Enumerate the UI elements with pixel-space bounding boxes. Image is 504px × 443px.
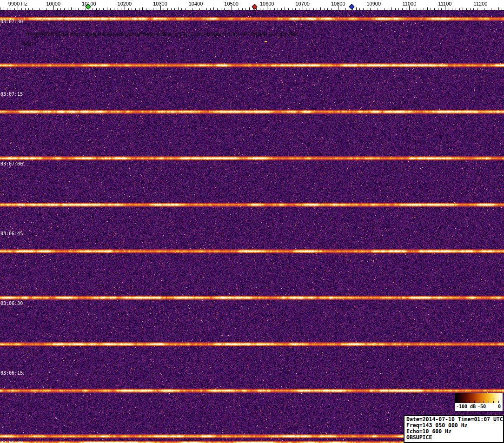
frequency-axis-tick <box>424 8 424 10</box>
frequency-axis-tick <box>125 6 125 10</box>
frequency-axis-tick <box>491 8 491 10</box>
frequency-axis-tick <box>452 8 452 10</box>
frequency-axis-tick <box>7 8 7 10</box>
frequency-axis-tick <box>264 8 264 10</box>
frequency-axis-tick <box>285 7 285 10</box>
frequency-axis-tick <box>235 8 235 10</box>
frequency-axis-tick <box>43 8 43 10</box>
frequency-axis-tick <box>288 8 289 10</box>
frequency-axis-tick <box>359 8 360 10</box>
frequency-axis-tick <box>68 8 68 10</box>
frequency-axis-tick <box>28 8 29 10</box>
time-axis-label: 03:06:30 <box>0 301 23 306</box>
frequency-axis-tick <box>402 8 403 10</box>
frequency-axis-tick <box>221 8 221 10</box>
time-axis-label: 03:07:00 <box>0 161 23 166</box>
frequency-axis-tick <box>317 8 317 10</box>
frequency-ruler: 9900 Hz100001010010200103001040010500106… <box>0 0 504 10</box>
frequency-axis-tick <box>110 8 111 10</box>
frequency-axis-label: 9900 Hz <box>8 1 27 7</box>
intensity-gradient-bar <box>455 393 503 403</box>
frequency-axis-tick <box>224 8 225 10</box>
frequency-axis-tick <box>178 7 179 10</box>
frequency-axis-tick <box>388 8 388 10</box>
frequency-axis-tick <box>32 8 33 10</box>
frequency-axis-tick <box>217 8 218 10</box>
frequency-axis-tick <box>370 8 371 10</box>
frequency-axis-tick <box>356 7 357 10</box>
frequency-axis-tick <box>128 8 129 10</box>
frequency-axis-tick <box>64 8 65 10</box>
frequency-axis-tick <box>192 8 192 10</box>
frequency-axis-tick <box>335 8 335 10</box>
frequency-axis-tick <box>21 8 22 10</box>
observation-info-box: Date=2014-07-10 Time=01:07 UTCFreq=143 0… <box>404 415 504 443</box>
frequency-axis-tick <box>103 8 104 10</box>
frequency-axis-tick <box>160 6 161 10</box>
frequency-axis-tick <box>185 8 186 10</box>
frequency-axis-tick <box>213 7 214 10</box>
frequency-axis-tick <box>449 8 449 10</box>
frequency-axis-tick <box>459 8 460 10</box>
frequency-axis-tick <box>363 8 364 10</box>
time-axis-label: 03:07:15 <box>0 92 23 97</box>
frequency-axis-tick <box>153 8 153 10</box>
frequency-axis-tick <box>456 8 456 10</box>
frequency-axis-label: 11000 <box>403 1 417 7</box>
scale-label-mid: -50 <box>477 404 486 409</box>
frequency-axis-tick <box>271 8 271 10</box>
frequency-axis-tick <box>146 8 146 10</box>
frequency-axis-tick <box>406 8 406 10</box>
frequency-axis-label: 11100 <box>438 1 451 7</box>
frequency-axis-tick <box>445 6 445 10</box>
frequency-axis-tick <box>239 8 239 10</box>
frequency-axis-tick <box>420 8 420 10</box>
frequency-axis-tick <box>417 8 417 10</box>
frequency-axis-tick <box>157 8 157 10</box>
frequency-axis-tick <box>121 8 121 10</box>
frequency-axis-tick <box>82 8 82 10</box>
time-axis-label: 03:06:15 <box>0 370 23 376</box>
frequency-axis-tick <box>53 6 54 10</box>
frequency-axis-tick <box>473 8 474 10</box>
frequency-axis-tick <box>338 6 338 10</box>
frequency-axis-tick <box>481 6 481 10</box>
frequency-axis-label: 10600 <box>260 1 274 7</box>
frequency-axis-tick <box>210 8 211 10</box>
frequency-axis-tick <box>14 8 15 10</box>
frequency-axis-tick <box>278 8 278 10</box>
frequency-axis-tick <box>385 8 385 10</box>
frequency-axis-tick <box>99 8 100 10</box>
frequency-axis-tick <box>256 8 257 10</box>
frequency-axis-tick <box>395 8 396 10</box>
frequency-axis-tick <box>466 8 467 10</box>
frequency-axis-tick <box>331 8 332 10</box>
frequency-axis-tick <box>36 7 36 10</box>
frequency-axis-tick <box>441 8 442 10</box>
frequency-axis-tick <box>281 8 282 10</box>
frequency-axis-tick <box>203 8 203 10</box>
frequency-axis-tick <box>374 6 374 10</box>
frequency-axis-label: 10700 <box>295 1 310 7</box>
frequency-axis-tick <box>324 8 325 10</box>
frequency-axis-tick <box>409 6 410 10</box>
frequency-axis-label: 11200 <box>474 1 488 7</box>
frequency-axis-tick <box>431 8 431 10</box>
frequency-axis-tick <box>367 8 367 10</box>
frequency-axis-tick <box>57 8 58 10</box>
frequency-axis-tick <box>498 7 499 10</box>
frequency-axis-label: 10800 <box>331 1 345 7</box>
frequency-axis-tick <box>232 6 232 10</box>
blue-frequency-marker-icon <box>349 4 355 10</box>
frequency-axis-tick <box>327 8 328 10</box>
frequency-axis-tick <box>398 8 399 10</box>
frequency-axis-tick <box>86 8 86 10</box>
frequency-axis-tick <box>413 8 413 10</box>
frequency-axis-tick <box>135 8 136 10</box>
detection-annotation-line2: ^t+25 <box>21 42 33 47</box>
detection-annotation-line1: 20140710010725460 hCnt2 nb-88 f10596 hit… <box>26 32 297 37</box>
frequency-axis-tick <box>196 6 196 10</box>
frequency-axis-tick <box>320 7 321 10</box>
frequency-axis-tick <box>4 8 4 10</box>
frequency-axis-tick <box>391 7 392 10</box>
